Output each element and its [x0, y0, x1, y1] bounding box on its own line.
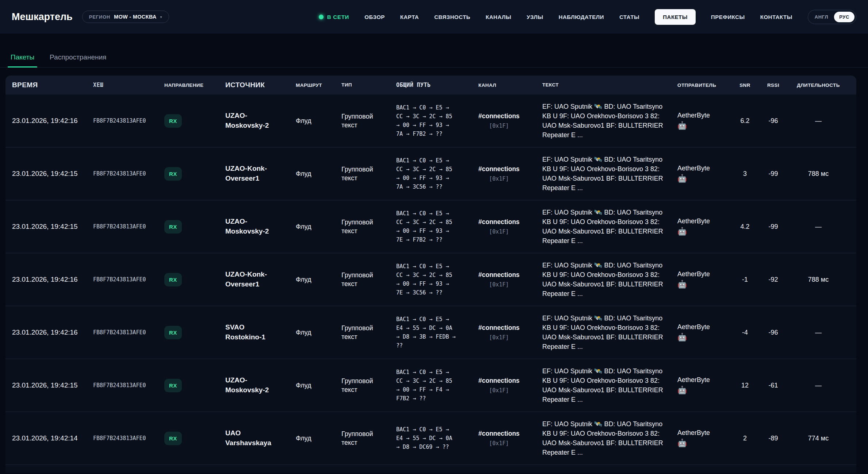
packet-route: Флуд: [296, 382, 341, 389]
packet-snr: 2: [730, 435, 760, 442]
packet-snr: 6.2: [730, 117, 760, 125]
tab-packets[interactable]: Пакеты: [8, 53, 37, 67]
sender-name: AetherByte: [677, 376, 730, 384]
nav-item-channels[interactable]: КАНАЛЫ: [486, 14, 511, 20]
channel-block: #connections[0x1F]: [478, 218, 520, 235]
lang-option-en[interactable]: АНГЛ: [810, 12, 833, 22]
channel-block: #connections[0x1F]: [478, 324, 520, 341]
robot-emoji-icon: 🤖: [677, 333, 730, 342]
packet-path: BAC1 → C0 → E5 → CC → 3C → 2C → 85 → 00 …: [396, 368, 456, 403]
packet-row[interactable]: 23.01.2026, 19:42:15FB8F7B243813AFE0RXUZ…: [5, 359, 856, 412]
packet-route: Флуд: [296, 117, 341, 125]
packet-sender: AetherByte🤖: [677, 323, 730, 342]
app-root: Мешкартель РЕГИОН MOW - МОСКВА ▾ В СЕТИ …: [0, 0, 868, 474]
packet-type: Групповой текст: [341, 271, 383, 289]
nav-item-map[interactable]: КАРТА: [400, 14, 419, 20]
packet-direction: RX: [164, 326, 225, 339]
packet-row[interactable]: 23.01.2026, 19:42:15FB8F7B243813AFE0RXUZ…: [5, 200, 856, 253]
tab-propagations[interactable]: Распространения: [47, 53, 109, 67]
column-header-time: ВРЕМЯ: [12, 81, 93, 89]
packet-type: Групповой текст: [341, 112, 383, 130]
column-header-sender: ОТПРАВИТЕЛЬ: [677, 82, 730, 88]
channel-hex: [0x1F]: [478, 228, 520, 235]
packet-hash: FB8F7B243813AFE0: [93, 329, 164, 336]
channel-name: #connections: [478, 430, 520, 438]
column-header-text: ТЕКСТ: [542, 81, 668, 89]
column-header-path: ОБЩИЙ ПУТЬ: [396, 81, 456, 89]
robot-emoji-icon: 🤖: [677, 227, 730, 236]
column-header-hash: ХЕШ: [93, 82, 164, 88]
packet-source: UZAO-Konk-Overseer1: [225, 164, 269, 183]
packet-text: EF: UAO Sputnik 🛰️ BD: UAO Tsaritsyno KB…: [542, 155, 668, 193]
nav-item-contacts[interactable]: КОНТАКТЫ: [760, 14, 792, 20]
packet-direction: RX: [164, 273, 225, 286]
packet-route: Флуд: [296, 170, 341, 178]
channel-block: #connections[0x1F]: [478, 430, 520, 447]
table-header-row: ВРЕМЯХЕШНАПРАВЛЕНИЕИСТОЧНИКМАРШРУТТИПОБЩ…: [5, 76, 856, 95]
language-toggle[interactable]: АНГЛРУС: [808, 10, 856, 24]
nav-item-prefixes[interactable]: ПРЕФИКСЫ: [711, 14, 745, 20]
nav-item-packets[interactable]: ПАКЕТЫ: [655, 9, 696, 25]
sender-name: AetherByte: [677, 429, 730, 437]
nav-item-overview[interactable]: ОБЗОР: [364, 14, 385, 20]
packet-channel: #connections[0x1F]: [478, 324, 542, 341]
network-status: В СЕТИ: [319, 14, 349, 20]
packet-hash: FB8F7B243813AFE0: [93, 435, 164, 442]
packet-direction: RX: [164, 432, 225, 445]
packet-text: EF: UAO Sputnik 🛰️ BD: UAO Tsaritsyno KB…: [542, 419, 668, 457]
packet-route: Флуд: [296, 329, 341, 336]
nav-item-connectivity[interactable]: СВЯЗНОСТЬ: [434, 14, 470, 20]
packet-rssi: -61: [760, 382, 787, 389]
direction-badge: RX: [164, 220, 182, 234]
robot-emoji-icon: 🤖: [677, 439, 730, 447]
packet-duration: —: [787, 117, 850, 125]
packet-type: Групповой текст: [341, 165, 383, 183]
channel-hex: [0x1F]: [478, 123, 520, 129]
main-nav: ОБЗОРКАРТАСВЯЗНОСТЬКАНАЛЫУЗЛЫНАБЛЮДАТЕЛИ…: [364, 9, 792, 25]
channel-name: #connections: [478, 218, 520, 226]
region-selector[interactable]: РЕГИОН MOW - МОСКВА ▾: [82, 11, 169, 23]
lang-option-ru[interactable]: РУС: [834, 12, 854, 22]
table-body: 23.01.2026, 19:42:16FB8F7B243813AFE0RXUZ…: [5, 95, 856, 465]
packet-direction: RX: [164, 220, 225, 234]
packet-type: Групповой текст: [341, 377, 383, 394]
app-logo: Мешкартель: [12, 11, 73, 23]
packet-route: Флуд: [296, 435, 341, 442]
tabs: ПакетыРаспространения: [0, 34, 868, 68]
packet-duration: 774 мс: [787, 435, 850, 442]
nav-item-stats[interactable]: СТАТЫ: [619, 14, 639, 20]
packet-channel: #connections[0x1F]: [478, 112, 542, 129]
packet-duration: —: [787, 223, 850, 231]
robot-emoji-icon: 🤖: [677, 174, 730, 183]
packet-row[interactable]: 23.01.2026, 19:42:15FB8F7B243813AFE0RXUZ…: [5, 147, 856, 200]
packet-rssi: -96: [760, 117, 787, 125]
packet-path: BAC1 → C0 → E5 → CC → 3C → 2C → 85 → 00 …: [396, 209, 456, 244]
channel-hex: [0x1F]: [478, 334, 520, 341]
packet-rssi: -89: [760, 435, 787, 442]
packet-source: UZAO-Konk-Overseer1: [225, 270, 269, 289]
packet-sender: AetherByte🤖: [677, 165, 730, 183]
nav-item-nodes[interactable]: УЗЛЫ: [527, 14, 543, 20]
packet-row[interactable]: 23.01.2026, 19:42:16FB8F7B243813AFE0RXSV…: [5, 306, 856, 359]
direction-badge: RX: [164, 167, 182, 181]
packet-channel: #connections[0x1F]: [478, 165, 542, 182]
packet-row[interactable]: 23.01.2026, 19:42:16FB8F7B243813AFE0RXUZ…: [5, 95, 856, 147]
nav-item-observers[interactable]: НАБЛЮДАТЕЛИ: [559, 14, 604, 20]
packet-rssi: -96: [760, 329, 787, 336]
packet-route: Флуд: [296, 223, 341, 231]
channel-name: #connections: [478, 271, 520, 279]
sender-name: AetherByte: [677, 270, 730, 278]
packet-row[interactable]: 23.01.2026, 19:42:14FB8F7B243813AFE0RXUA…: [5, 412, 856, 465]
column-header-type: ТИП: [341, 82, 383, 88]
channel-name: #connections: [478, 324, 520, 332]
packet-route: Флуд: [296, 276, 341, 284]
column-header-duration: ДЛИТЕЛЬНОСТЬ: [787, 82, 850, 88]
sender-name: AetherByte: [677, 323, 730, 331]
direction-badge: RX: [164, 432, 182, 445]
channel-hex: [0x1F]: [478, 440, 520, 447]
packet-row[interactable]: 23.01.2026, 19:42:16FB8F7B243813AFE0RXUZ…: [5, 253, 856, 306]
channel-hex: [0x1F]: [478, 387, 520, 394]
packet-text: EF: UAO Sputnik 🛰️ BD: UAO Tsaritsyno KB…: [542, 208, 668, 246]
packet-channel: #connections[0x1F]: [478, 430, 542, 447]
status-label: В СЕТИ: [327, 14, 349, 20]
